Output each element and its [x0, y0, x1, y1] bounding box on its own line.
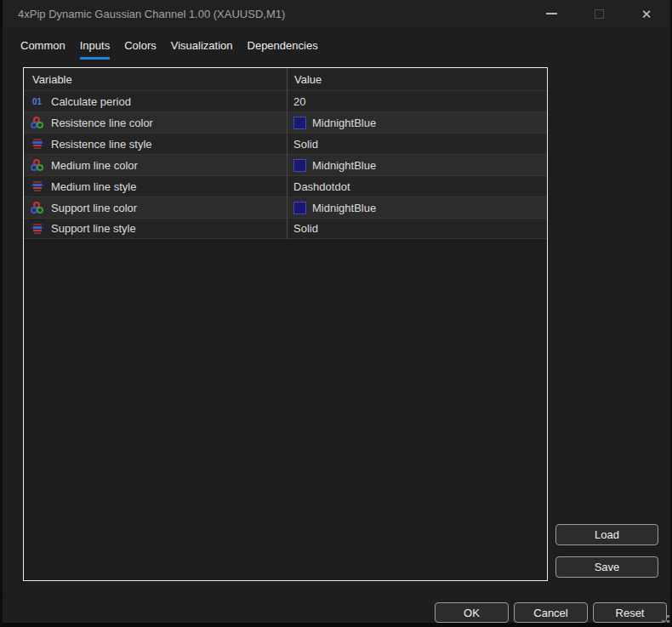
table-row[interactable]: Medium line color MidnightBlue — [24, 154, 547, 175]
column-divider — [287, 68, 288, 239]
table-row[interactable]: Support line color MidnightBlue — [24, 197, 547, 218]
variable-cell: Resistence line style — [24, 138, 287, 151]
value-text: 20 — [293, 95, 305, 108]
tab-visualization[interactable]: Visualization — [171, 36, 233, 60]
table-row[interactable]: 01 Calculate period 20 — [24, 90, 547, 111]
line-style-icon — [30, 181, 44, 191]
value-text: Solid — [293, 138, 318, 151]
value-text: MidnightBlue — [312, 159, 376, 172]
title-bar[interactable]: 4xPip Dynamic Gaussian Channel 1.00 (XAU… — [3, 0, 670, 27]
tab-bar: Common Inputs Colors Visualization Depen… — [20, 36, 318, 60]
numeric-input-icon: 01 — [30, 97, 44, 106]
bottom-divider — [3, 595, 670, 596]
maximize-button[interactable] — [575, 0, 623, 27]
line-style-icon — [30, 224, 44, 234]
load-button[interactable]: Load — [555, 524, 658, 545]
window-title: 4xPip Dynamic Gaussian Channel 1.00 (XAU… — [3, 8, 285, 20]
color-icon — [30, 159, 44, 171]
table-row[interactable]: Resistence line color MidnightBlue — [24, 111, 547, 133]
variable-cell: 01 Calculate period — [24, 95, 287, 108]
close-button[interactable]: ✕ — [623, 0, 670, 27]
table-header-row: Variable Value — [24, 68, 547, 90]
value-text: MidnightBlue — [312, 202, 376, 214]
resize-grip-icon[interactable] — [659, 613, 669, 623]
table-row[interactable]: Medium line style Dashdotdot — [24, 175, 547, 197]
variable-cell: Resistence line color — [24, 117, 287, 129]
value-cell[interactable]: Dashdotdot — [287, 180, 350, 193]
color-swatch — [293, 117, 306, 129]
minimize-icon — [546, 13, 557, 14]
ok-button[interactable]: OK — [435, 602, 509, 623]
column-header-variable: Variable — [24, 73, 287, 86]
indicator-properties-dialog: 4xPip Dynamic Gaussian Channel 1.00 (XAU… — [0, 0, 672, 627]
variable-label: Medium line color — [51, 159, 138, 172]
inputs-table: Variable Value 01 Calculate period 20 Re… — [23, 67, 548, 581]
variable-cell: Medium line color — [24, 159, 287, 172]
tab-dependencies[interactable]: Dependencies — [248, 36, 318, 60]
table-row[interactable]: Resistence line style Solid — [24, 133, 547, 154]
color-swatch — [293, 159, 306, 172]
close-icon: ✕ — [641, 8, 652, 20]
reset-button[interactable]: Reset — [593, 602, 667, 623]
value-cell[interactable]: MidnightBlue — [287, 117, 376, 129]
cancel-button[interactable]: Cancel — [514, 602, 588, 623]
line-style-icon — [30, 139, 44, 149]
value-cell[interactable]: 20 — [287, 95, 305, 108]
value-cell[interactable]: Solid — [287, 138, 318, 151]
maximize-icon — [595, 9, 604, 19]
value-cell[interactable]: MidnightBlue — [287, 159, 376, 172]
value-text: MidnightBlue — [312, 117, 376, 129]
tab-common[interactable]: Common — [20, 36, 65, 60]
variable-cell: Medium line style — [24, 180, 287, 193]
table-row[interactable]: Support line style Solid — [24, 218, 547, 239]
value-cell[interactable]: Solid — [287, 222, 318, 235]
color-swatch — [293, 202, 306, 214]
value-text: Solid — [293, 222, 318, 235]
variable-label: Support line color — [51, 202, 137, 214]
minimize-button[interactable] — [527, 0, 575, 27]
color-icon — [30, 202, 44, 214]
value-text: Dashdotdot — [293, 180, 350, 193]
variable-label: Medium line style — [51, 180, 136, 193]
tab-inputs[interactable]: Inputs — [80, 36, 110, 60]
variable-cell: Support line color — [24, 202, 287, 214]
variable-label: Resistence line style — [51, 138, 152, 151]
variable-label: Support line style — [51, 222, 136, 235]
save-button[interactable]: Save — [555, 556, 658, 578]
value-cell[interactable]: MidnightBlue — [287, 202, 376, 214]
variable-cell: Support line style — [24, 222, 287, 235]
variable-label: Resistence line color — [51, 117, 153, 129]
column-header-value: Value — [287, 73, 322, 86]
variable-label: Calculate period — [51, 95, 131, 108]
tab-colors[interactable]: Colors — [124, 36, 157, 60]
color-icon — [30, 117, 44, 128]
window-controls: ✕ — [527, 0, 670, 27]
